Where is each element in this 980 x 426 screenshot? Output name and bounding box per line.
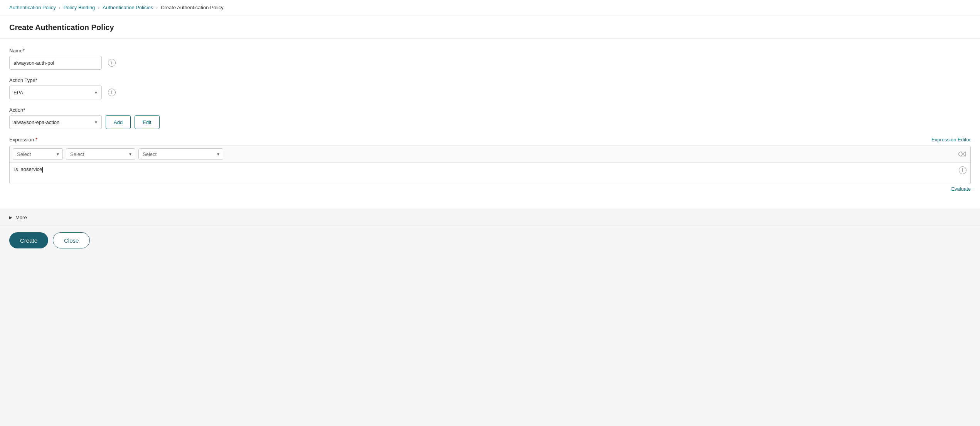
- expr-select-1[interactable]: Select: [13, 148, 63, 160]
- breadcrumb-authentication-policy[interactable]: Authentication Policy: [9, 5, 56, 10]
- expr-select-3-wrapper: Select ▼: [138, 148, 223, 160]
- form-area: Name* i Action Type* EPA LDAP RADIUS CER…: [0, 39, 980, 209]
- action-group: Action* alwayson-epa-action ▼ Add Edit: [9, 107, 971, 129]
- breadcrumb-sep-2: ›: [98, 5, 99, 10]
- expression-text: is_aoservice: [14, 166, 42, 172]
- action-select-wrapper: alwayson-epa-action ▼: [9, 115, 102, 129]
- more-label: More: [15, 215, 27, 220]
- create-button[interactable]: Create: [9, 232, 48, 248]
- footer-bar: Create Close: [0, 226, 980, 255]
- expression-section: Expression * Expression Editor Select ▼ …: [9, 137, 971, 192]
- breadcrumb-sep-1: ›: [59, 5, 61, 10]
- name-info-icon[interactable]: i: [108, 59, 116, 67]
- expression-label: Expression *: [9, 137, 37, 143]
- action-type-label: Action Type*: [9, 77, 971, 83]
- evaluate-row: Evaluate: [9, 184, 971, 192]
- action-select[interactable]: alwayson-epa-action: [9, 115, 102, 129]
- page-header: Create Authentication Policy: [0, 15, 980, 39]
- expr-select-2-wrapper: Select ▼: [66, 148, 135, 160]
- clear-expression-button[interactable]: ⌫: [956, 149, 967, 159]
- name-input-row: i: [9, 56, 971, 70]
- page-title: Create Authentication Policy: [9, 23, 971, 32]
- action-type-select[interactable]: EPA LDAP RADIUS CERT: [9, 86, 102, 99]
- action-label: Action*: [9, 107, 971, 113]
- action-type-group: Action Type* EPA LDAP RADIUS CERT ▼ i: [9, 77, 971, 99]
- expression-required-star: *: [35, 137, 37, 143]
- expression-editor-link[interactable]: Expression Editor: [931, 137, 971, 143]
- text-cursor: [42, 166, 43, 172]
- expression-header: Expression * Expression Editor: [9, 137, 971, 143]
- close-button[interactable]: Close: [53, 232, 90, 248]
- expr-select-2[interactable]: Select: [66, 148, 135, 160]
- more-triangle-icon: ▶: [9, 215, 12, 220]
- name-group: Name* i: [9, 48, 971, 70]
- expression-box: Select ▼ Select ▼ Select ▼ ⌫: [9, 146, 971, 184]
- add-button[interactable]: Add: [106, 115, 131, 129]
- action-type-info-icon[interactable]: i: [108, 89, 116, 96]
- action-type-select-row: EPA LDAP RADIUS CERT ▼ i: [9, 86, 971, 99]
- breadcrumb-authentication-policies[interactable]: Authentication Policies: [103, 5, 153, 10]
- name-input[interactable]: [9, 56, 102, 70]
- expr-select-1-wrapper: Select ▼: [13, 148, 63, 160]
- action-type-select-wrapper: EPA LDAP RADIUS CERT ▼: [9, 86, 102, 99]
- expression-info-icon[interactable]: i: [959, 166, 967, 174]
- more-section: ▶ More: [0, 209, 980, 226]
- breadcrumb-policy-binding[interactable]: Policy Binding: [64, 5, 95, 10]
- expression-selects-row: Select ▼ Select ▼ Select ▼ ⌫: [10, 146, 970, 163]
- breadcrumb: Authentication Policy › Policy Binding ›…: [0, 0, 980, 15]
- evaluate-link[interactable]: Evaluate: [951, 186, 971, 192]
- edit-button[interactable]: Edit: [135, 115, 159, 129]
- expr-select-3[interactable]: Select: [138, 148, 223, 160]
- expression-text-row: is_aoservice i: [10, 163, 970, 184]
- action-row: alwayson-epa-action ▼ Add Edit: [9, 115, 971, 129]
- breadcrumb-current: Create Authentication Policy: [161, 5, 224, 10]
- expression-text-display[interactable]: is_aoservice: [10, 163, 959, 184]
- name-label: Name*: [9, 48, 971, 54]
- more-toggle[interactable]: ▶ More: [9, 215, 971, 220]
- breadcrumb-sep-3: ›: [156, 5, 158, 10]
